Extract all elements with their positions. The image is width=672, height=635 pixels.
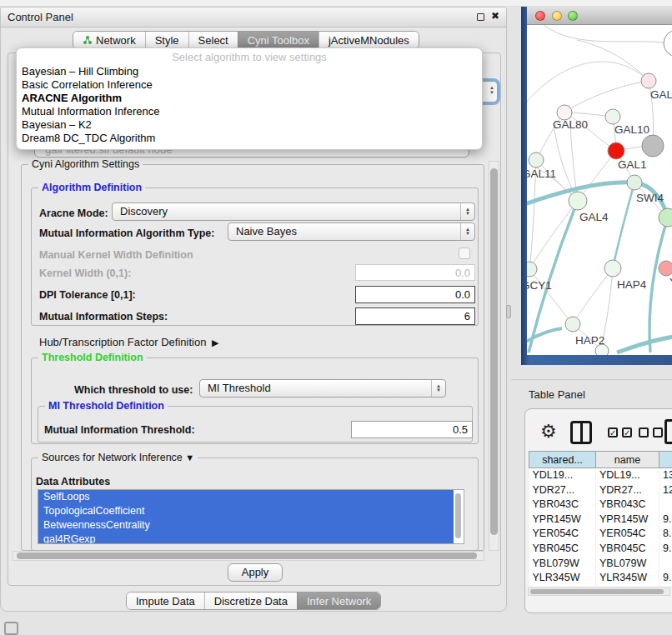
table-row[interactable]: YPR145WYPR145W9.: [529, 512, 672, 528]
algorithm-option-bayesian-k2[interactable]: Bayesian – K2: [17, 118, 482, 132]
network-node-green-right[interactable]: [659, 208, 672, 227]
list-scrollbar-thumb[interactable]: [455, 493, 461, 538]
file-icon[interactable]: [664, 419, 672, 444]
tab-discretize-data[interactable]: Discretize Data: [204, 592, 297, 609]
network-node-hap4[interactable]: [604, 260, 621, 277]
table-cell[interactable]: YBL079W: [596, 557, 659, 572]
table-row[interactable]: YBL079WYBL079W: [529, 557, 672, 572]
network-node-partial-top[interactable]: [664, 30, 672, 57]
table-row[interactable]: YDR27...YDR27...12: [529, 483, 672, 498]
network-node-gal[interactable]: [641, 73, 656, 88]
table-cell[interactable]: YDL19...: [596, 468, 659, 483]
network-node-gal4[interactable]: [569, 192, 587, 210]
panel-divider-grip[interactable]: [506, 305, 511, 318]
attribute-item-topologicalcoefficient[interactable]: TopologicalCoefficient: [38, 504, 454, 518]
table-cell[interactable]: YLR345W: [596, 571, 659, 586]
network-node-swi4[interactable]: [627, 175, 642, 190]
panel-separator: [511, 379, 672, 380]
table-cell[interactable]: 13: [659, 468, 672, 483]
table-cell[interactable]: YBL079W: [529, 557, 596, 572]
table-row[interactable]: YBR045CYBR045C9.: [529, 542, 672, 557]
table-cell[interactable]: YDR27...: [529, 483, 596, 498]
mi-algorithm-type-combo[interactable]: Naive Bayes ▲▼: [228, 222, 475, 241]
attribute-item-selfloops[interactable]: SelfLoops: [38, 490, 454, 504]
settings-vertical-scrollbar[interactable]: [489, 161, 499, 551]
deselect-all-columns-icon[interactable]: [639, 428, 663, 438]
tab-infer-network[interactable]: Infer Network: [297, 592, 380, 609]
table-row[interactable]: YBR043CYBR043C: [529, 498, 672, 512]
table-cell[interactable]: 12: [659, 483, 672, 498]
which-threshold-combo[interactable]: MI Threshold ▲▼: [199, 379, 446, 398]
tab-select[interactable]: Select: [188, 32, 238, 48]
table-row[interactable]: YLR345WYLR345W9.: [529, 571, 672, 586]
float-window-icon[interactable]: [477, 13, 484, 21]
tab-impute-data[interactable]: Impute Data: [127, 592, 204, 609]
table-horizontal-scrollbar[interactable]: [528, 588, 670, 596]
columns-icon[interactable]: [570, 421, 592, 444]
manual-kernel-width-checkbox[interactable]: [459, 248, 470, 259]
network-canvas[interactable]: GAL GAL80 GAL10 GAL1 GAL11 SWI4 GAL4 GCY…: [527, 25, 672, 355]
mi-threshold-field[interactable]: [351, 421, 473, 438]
table-row[interactable]: YER054CYER054C8.: [529, 527, 672, 542]
minimized-panel-icon[interactable]: [4, 622, 18, 635]
table-cell[interactable]: 9.: [659, 571, 672, 586]
attribute-item-gal4rgexp[interactable]: gal4RGexp: [38, 532, 454, 544]
network-node-gal1-selected[interactable]: [608, 142, 624, 159]
network-node-gray[interactable]: [642, 135, 664, 157]
table-cell[interactable]: YER054C: [596, 527, 659, 542]
aracne-mode-combo[interactable]: Discovery ▲▼: [112, 202, 475, 221]
traffic-light-minimize-icon[interactable]: [552, 11, 562, 21]
mi-steps-field[interactable]: [355, 308, 475, 325]
network-node-salmon[interactable]: [659, 261, 672, 276]
column-header-partial[interactable]: A: [659, 452, 672, 468]
select-all-columns-icon[interactable]: ✓ ✓: [608, 428, 632, 438]
network-node-gal11[interactable]: [529, 152, 544, 168]
table-cell[interactable]: YBR043C: [596, 498, 659, 512]
kernel-width-field[interactable]: [355, 264, 475, 281]
network-node-gal10[interactable]: [605, 109, 620, 124]
table-cell[interactable]: YBR043C: [529, 498, 596, 512]
table-cell[interactable]: YPR145W: [529, 512, 596, 528]
table-cell[interactable]: YBR045C: [596, 542, 659, 557]
table-cell[interactable]: 8.: [659, 527, 672, 542]
table-cell[interactable]: 9.: [659, 512, 672, 528]
table-cell[interactable]: YPR145W: [596, 512, 659, 528]
traffic-light-zoom-icon[interactable]: [568, 11, 578, 21]
settings-horizontal-scrollbar[interactable]: [13, 551, 484, 561]
tab-network[interactable]: Network: [73, 32, 145, 48]
hub-transcription-factor-toggle[interactable]: Hub/Transcription Factor Definition ▶: [39, 336, 219, 348]
algorithm-option-basic-correlation[interactable]: Basic Correlation Inference: [17, 78, 482, 92]
table-cell[interactable]: [659, 557, 672, 572]
table-cell[interactable]: YDL19...: [529, 468, 596, 483]
table-cell[interactable]: YLR345W: [529, 571, 596, 586]
gear-icon[interactable]: ⚙: [540, 421, 557, 442]
tab-style[interactable]: Style: [145, 32, 188, 48]
attribute-item-betweennesscentrality[interactable]: BetweennessCentrality: [38, 518, 454, 532]
table-cell[interactable]: YDR27...: [596, 483, 659, 498]
sources-toggle[interactable]: Sources for Network Inference ▼: [38, 452, 198, 463]
tab-jactivemnodules[interactable]: jActiveMNodules: [318, 32, 419, 48]
apply-button[interactable]: Apply: [228, 563, 283, 582]
algorithm-option-dream8[interactable]: Dream8 DC_TDC Algorithm: [17, 132, 482, 145]
tab-cyni-toolbox[interactable]: Cyni Toolbox: [238, 32, 318, 48]
column-header-name[interactable]: name: [596, 452, 659, 468]
scrollbar-thumb[interactable]: [490, 168, 498, 535]
table-row[interactable]: YDL19...YDL19...13: [529, 468, 672, 483]
cyni-bottom-tabbar: Impute Data Discretize Data Infer Networ…: [126, 592, 381, 610]
algorithm-option-aracne[interactable]: ARACNE Algorithm: [17, 92, 482, 105]
scrollbar-thumb[interactable]: [17, 552, 477, 559]
table-cell[interactable]: [659, 498, 672, 512]
network-node-hap2[interactable]: [565, 317, 580, 332]
traffic-light-close-icon[interactable]: [535, 11, 545, 21]
algorithm-option-bayesian-hill-climbing[interactable]: Bayesian – Hill Climbing: [17, 65, 482, 78]
table-cell[interactable]: YBR045C: [529, 542, 596, 557]
scrollbar-thumb[interactable]: [530, 589, 664, 594]
column-header-shared-name[interactable]: shared...: [529, 452, 596, 468]
network-node-gcy1[interactable]: [527, 262, 537, 277]
dpi-tolerance-field[interactable]: [355, 286, 475, 303]
algorithm-option-mutual-information[interactable]: Mutual Information Inference: [17, 105, 482, 118]
close-icon[interactable]: ✖: [491, 10, 499, 22]
table-cell[interactable]: 9.: [659, 542, 672, 557]
table-cell[interactable]: YER054C: [529, 527, 596, 542]
data-attributes-list[interactable]: SelfLoops TopologicalCoefficient Between…: [38, 489, 464, 544]
